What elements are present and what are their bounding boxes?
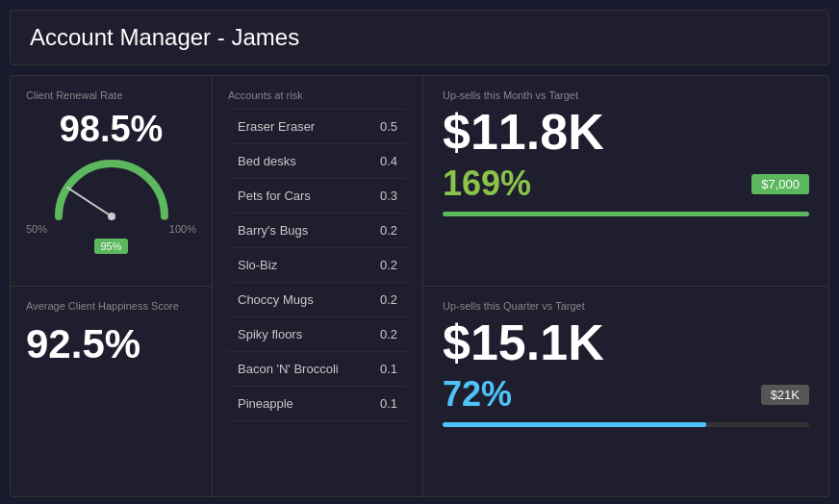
risk-row: Slo-Biz0.2	[228, 248, 407, 283]
upsells-month-progress-fill	[443, 212, 809, 216]
upsells-quarter-target: $21K	[761, 385, 809, 405]
gauge-container	[49, 154, 174, 221]
risk-row: Barry's Bugs0.2	[228, 214, 407, 248]
accounts-at-risk-panel: Accounts at risk Eraser Eraser0.5Bed des…	[212, 75, 423, 497]
upsells-quarter-percent: 72%	[443, 374, 512, 415]
gauge-max: 100%	[169, 223, 196, 235]
upsells-month-progress-bar	[443, 212, 809, 216]
upsells-month-card: Up-sells this Month vs Target $11.8K 169…	[423, 76, 828, 286]
risk-name: Barry's Bugs	[238, 223, 308, 238]
risk-name: Pets for Cars	[238, 189, 311, 203]
risk-row: Pineapple0.1	[228, 387, 407, 421]
risk-score: 0.1	[380, 396, 397, 411]
risk-row: Eraser Eraser0.5	[228, 109, 407, 144]
risk-name: Choccy Mugs	[238, 292, 314, 307]
gauge-svg	[49, 154, 174, 221]
header: Account Manager - James	[10, 10, 829, 65]
risk-score: 0.1	[380, 362, 397, 376]
svg-point-1	[108, 213, 115, 220]
risk-name: Eraser Eraser	[238, 119, 315, 134]
risk-row: Bed desks0.4	[228, 144, 407, 179]
risk-score: 0.2	[380, 327, 397, 341]
risk-table: Eraser Eraser0.5Bed desks0.4Pets for Car…	[228, 109, 407, 421]
upsells-month-percent: 169%	[443, 164, 531, 204]
gauge-labels: 50% 100%	[26, 223, 196, 235]
risk-row: Choccy Mugs0.2	[228, 283, 407, 317]
upsells-month-label: Up-sells this Month vs Target	[443, 89, 809, 101]
renewal-badge: 95%	[94, 239, 127, 254]
risk-row: Bacon 'N' Broccoli0.1	[228, 352, 407, 387]
renewal-value: 98.5%	[26, 109, 196, 150]
renewal-rate-card: Client Renewal Rate 98.5% 50% 100%	[11, 76, 212, 286]
risk-score: 0.3	[380, 189, 397, 203]
upsells-quarter-pct-row: 72% $21K	[443, 374, 809, 415]
risk-name: Slo-Biz	[238, 258, 277, 272]
upsells-month-pct-row: 169% $7,000	[443, 164, 809, 204]
risk-score: 0.4	[380, 154, 397, 168]
gauge-min: 50%	[26, 223, 47, 235]
risk-score: 0.2	[380, 223, 397, 238]
risk-name: Spiky floors	[238, 327, 302, 341]
risk-name: Bacon 'N' Broccoli	[238, 362, 339, 376]
happiness-card: Average Client Happiness Score 92.5%	[11, 286, 212, 496]
accounts-risk-label: Accounts at risk	[228, 89, 407, 101]
risk-score: 0.5	[380, 119, 397, 134]
upsells-quarter-amount: $15.1K	[443, 315, 809, 370]
happiness-label: Average Client Happiness Score	[26, 300, 196, 312]
risk-row: Spiky floors0.2	[228, 317, 407, 352]
page-title: Account Manager - James	[30, 24, 809, 51]
risk-row: Pets for Cars0.3	[228, 179, 407, 214]
upsells-quarter-progress-fill	[443, 422, 706, 427]
risk-score: 0.2	[380, 292, 397, 307]
svg-line-0	[67, 188, 112, 216]
risk-name: Bed desks	[238, 154, 296, 168]
upsells-quarter-card: Up-sells this Quarter vs Target $15.1K 7…	[423, 286, 828, 496]
upsells-month-target: $7,000	[751, 174, 809, 194]
upsells-quarter-progress-bar	[443, 422, 809, 427]
renewal-label: Client Renewal Rate	[26, 89, 196, 101]
upsells-quarter-label: Up-sells this Quarter vs Target	[443, 300, 809, 312]
risk-score: 0.2	[380, 258, 397, 272]
upsells-month-amount: $11.8K	[443, 105, 809, 160]
risk-name: Pineapple	[238, 396, 293, 411]
happiness-value: 92.5%	[26, 321, 196, 367]
